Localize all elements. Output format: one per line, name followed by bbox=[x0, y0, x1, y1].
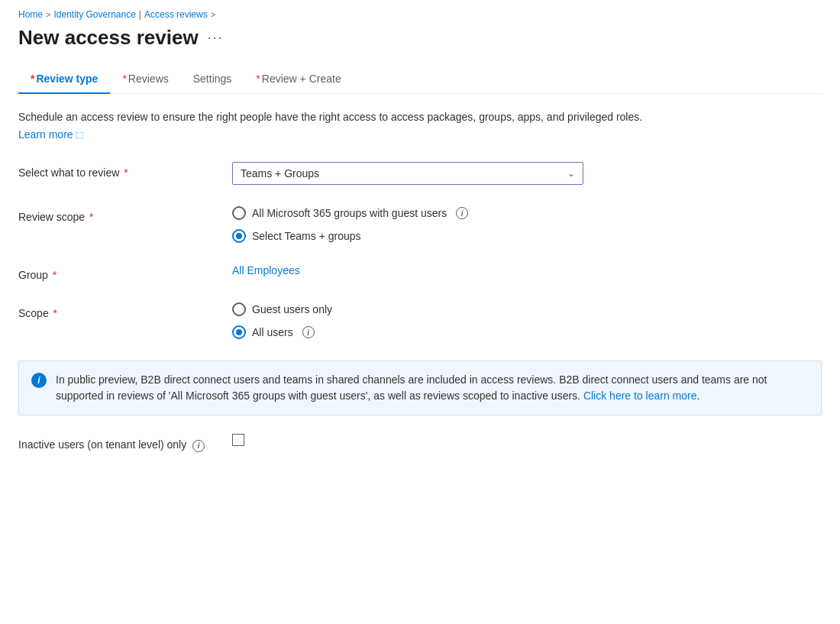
select-what-label: Select what to review * bbox=[18, 162, 217, 179]
review-scope-section: Review scope * All Microsoft 365 groups … bbox=[18, 206, 822, 243]
radio-guest-only[interactable]: Guest users only bbox=[232, 302, 822, 316]
more-options-icon[interactable]: ··· bbox=[208, 30, 224, 46]
radio-all-users[interactable]: All users i bbox=[232, 325, 822, 339]
radio-all-ms365[interactable]: All Microsoft 365 groups with guest user… bbox=[232, 206, 822, 220]
scope-control: Guest users only All users i bbox=[232, 302, 822, 339]
review-scope-radio-group: All Microsoft 365 groups with guest user… bbox=[232, 206, 822, 243]
breadcrumb-identity-governance[interactable]: Identity Governance bbox=[53, 9, 135, 20]
scope-radio-group: Guest users only All users i bbox=[232, 302, 822, 339]
radio-all-users-circle[interactable] bbox=[232, 325, 246, 339]
all-users-info-icon[interactable]: i bbox=[302, 326, 315, 338]
select-what-control: Teams + Groups ⌄ bbox=[232, 162, 822, 185]
inactive-users-info-icon[interactable]: i bbox=[192, 440, 205, 452]
breadcrumb-sep1: > bbox=[46, 10, 50, 19]
breadcrumb-access-reviews[interactable]: Access reviews bbox=[144, 9, 208, 20]
breadcrumb: Home > Identity Governance | Access revi… bbox=[18, 0, 822, 26]
group-section: Group * All Employees bbox=[18, 264, 822, 281]
info-banner-text: In public preview, B2B direct connect us… bbox=[56, 372, 809, 404]
all-ms365-info-icon[interactable]: i bbox=[456, 207, 468, 219]
tab-review-create-required: * bbox=[256, 73, 260, 85]
breadcrumb-home[interactable]: Home bbox=[18, 9, 43, 20]
inactive-users-checkbox[interactable] bbox=[232, 434, 244, 446]
info-banner: i In public preview, B2B direct connect … bbox=[18, 360, 822, 415]
radio-select-teams[interactable]: Select Teams + groups bbox=[232, 229, 822, 243]
breadcrumb-sep2: > bbox=[211, 10, 215, 19]
radio-select-teams-circle[interactable] bbox=[232, 229, 246, 243]
select-what-dropdown[interactable]: Teams + Groups ⌄ bbox=[232, 162, 583, 185]
review-scope-label: Review scope * bbox=[18, 206, 217, 223]
select-what-section: Select what to review * Teams + Groups ⌄ bbox=[18, 162, 822, 185]
learn-more-link[interactable]: Learn more ⬚ bbox=[18, 128, 83, 141]
review-scope-control: All Microsoft 365 groups with guest user… bbox=[232, 206, 822, 243]
info-banner-link[interactable]: Click here to learn more bbox=[583, 390, 697, 402]
inactive-users-checkbox-item bbox=[232, 434, 822, 446]
tab-review-type[interactable]: *Review type bbox=[18, 65, 110, 94]
radio-guest-only-circle[interactable] bbox=[232, 302, 246, 316]
page-title: New access review bbox=[18, 26, 199, 50]
inactive-users-label: Inactive users (on tenant level) only i bbox=[18, 434, 217, 452]
tab-review-create[interactable]: *Review + Create bbox=[244, 65, 353, 94]
tab-reviews-required: * bbox=[122, 73, 126, 85]
radio-all-ms365-circle[interactable] bbox=[232, 206, 246, 220]
external-link-icon: ⬚ bbox=[76, 130, 83, 140]
page-title-row: New access review ··· bbox=[18, 26, 822, 50]
group-value-link[interactable]: All Employees bbox=[232, 264, 300, 276]
info-banner-icon: i bbox=[31, 373, 47, 388]
group-control: All Employees bbox=[232, 264, 822, 276]
tab-settings[interactable]: Settings bbox=[181, 65, 244, 94]
group-label: Group * bbox=[18, 264, 217, 281]
breadcrumb-pipe: | bbox=[139, 9, 141, 20]
inactive-users-control bbox=[232, 434, 822, 446]
description-text: Schedule an access review to ensure the … bbox=[18, 109, 822, 125]
scope-label: Scope * bbox=[18, 302, 217, 319]
inactive-users-section: Inactive users (on tenant level) only i bbox=[18, 434, 822, 452]
scope-section: Scope * Guest users only All users i bbox=[18, 302, 822, 339]
tabs-container: *Review type *Reviews Settings *Review +… bbox=[18, 65, 822, 94]
chevron-down-icon: ⌄ bbox=[567, 168, 575, 179]
tab-reviews[interactable]: *Reviews bbox=[110, 65, 180, 94]
tab-review-type-required: * bbox=[31, 73, 34, 85]
